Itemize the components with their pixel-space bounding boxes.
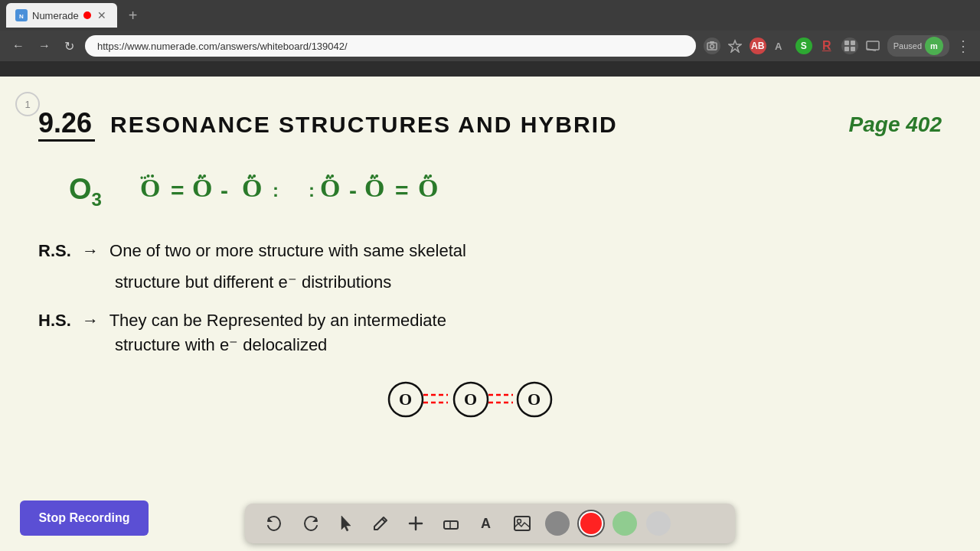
refresh-btn[interactable]: ↻ (61, 36, 77, 57)
svg-text:••: •• (325, 173, 332, 184)
browser-actions: AB A S R Paused m ⋮ (704, 35, 971, 57)
s-icon: S (795, 37, 812, 54)
svg-rect-11 (867, 41, 879, 50)
svg-point-3 (710, 44, 714, 48)
color-gray[interactable] (545, 511, 570, 536)
add-btn[interactable] (403, 512, 429, 535)
svg-marker-5 (729, 41, 741, 52)
eraser-btn[interactable] (438, 512, 464, 535)
hybrid-drawing: O O O (38, 370, 942, 424)
svg-rect-7 (844, 41, 849, 45)
svg-text::: : (309, 180, 315, 201)
address-bar: ← → ↻ AB A S R Paused m (0, 31, 980, 61)
svg-text:A: A (775, 41, 782, 52)
stop-recording-btn[interactable]: Stop Recording (20, 500, 149, 536)
r-icon: R (818, 37, 835, 54)
rs-definition: R.S. → One of two or more structure with… (38, 237, 942, 295)
text-btn[interactable]: A (473, 512, 499, 535)
svg-rect-46 (444, 521, 458, 529)
svg-text:-: - (220, 178, 228, 203)
svg-rect-49 (514, 517, 530, 530)
svg-text:••: •• (140, 173, 146, 184)
forward-btn[interactable]: → (35, 36, 54, 56)
cast-icon[interactable] (864, 37, 881, 54)
svg-marker-42 (341, 516, 351, 531)
recording-dot (83, 11, 91, 19)
title-text: Resonance Structures and Hybrid (110, 112, 618, 138)
svg-text:O: O (399, 390, 412, 409)
pencil-btn[interactable] (368, 512, 394, 535)
select-btn[interactable] (334, 511, 358, 536)
svg-text:••: •• (370, 173, 376, 184)
menu-btn[interactable]: ⋮ (956, 37, 971, 55)
user-avatar: m (925, 37, 943, 55)
molecules-row: O3 Ö •• = Ö •• - Ö •• : : (38, 165, 942, 218)
svg-text:O: O (528, 390, 541, 409)
tab-favicon: N (15, 9, 28, 21)
svg-text::: : (273, 180, 279, 201)
whiteboard-content: 9.26 Resonance Structures and Hybrid Pag… (23, 92, 957, 474)
tab-close-btn[interactable]: ✕ (96, 8, 108, 23)
color-green[interactable] (612, 511, 637, 536)
tab-title: Numerade (32, 10, 79, 21)
svg-text:=: = (171, 178, 185, 203)
svg-point-50 (518, 520, 521, 523)
hs-line2: structure with e⁻ delocalized (38, 335, 942, 355)
svg-text:-: - (349, 178, 357, 203)
extensions-icon[interactable] (841, 37, 858, 54)
adblock-icon: AB (750, 37, 766, 54)
svg-text:A: A (481, 516, 491, 531)
undo-btn[interactable] (260, 511, 288, 536)
rs-line1: R.S. → One of two or more structure with… (38, 237, 942, 264)
image-btn[interactable] (508, 512, 536, 535)
svg-rect-8 (851, 41, 855, 45)
back-btn[interactable]: ← (9, 36, 28, 56)
url-input[interactable] (85, 35, 696, 57)
svg-rect-10 (851, 47, 855, 51)
problem-number: 9.26 (38, 107, 95, 142)
title-bar: N Numerade ✕ + (0, 0, 980, 31)
color-light-gray[interactable] (646, 511, 671, 536)
hybrid-svg: O O O (368, 370, 612, 424)
color-red-selected[interactable] (579, 511, 603, 536)
redo-btn[interactable] (297, 511, 325, 536)
paused-badge: Paused m (887, 35, 949, 57)
svg-rect-9 (844, 47, 849, 51)
svg-text:••: •• (247, 173, 253, 184)
svg-text:=: = (395, 178, 409, 203)
svg-rect-4 (710, 41, 714, 44)
translate-icon[interactable]: A (773, 37, 789, 54)
hs-line1: H.S. → They can be Represented by an int… (38, 311, 942, 331)
star-icon[interactable] (727, 37, 743, 54)
svg-text:N: N (19, 13, 24, 20)
svg-text:••: •• (198, 173, 204, 184)
camera-icon[interactable] (704, 37, 720, 54)
page-ref: Page 402 (849, 112, 942, 137)
toolbar: A (245, 504, 735, 543)
new-tab-btn[interactable]: + (122, 4, 145, 27)
resonance-svg: Ö •• = Ö •• - Ö •• : : Ö •• - Ö (132, 165, 561, 218)
title-section: 9.26 Resonance Structures and Hybrid Pag… (38, 107, 942, 142)
browser-tab[interactable]: N Numerade ✕ (6, 3, 117, 28)
rs-line2: structure but different e⁻ distributions (38, 269, 942, 295)
o3-label: O3 (69, 173, 102, 210)
svg-text:••: •• (423, 173, 430, 184)
svg-text:O: O (464, 390, 477, 409)
whiteboard-area: 1 9.26 Resonance Structures and Hybrid P… (0, 77, 980, 551)
hs-definition: H.S. → They can be Represented by an int… (38, 311, 942, 355)
